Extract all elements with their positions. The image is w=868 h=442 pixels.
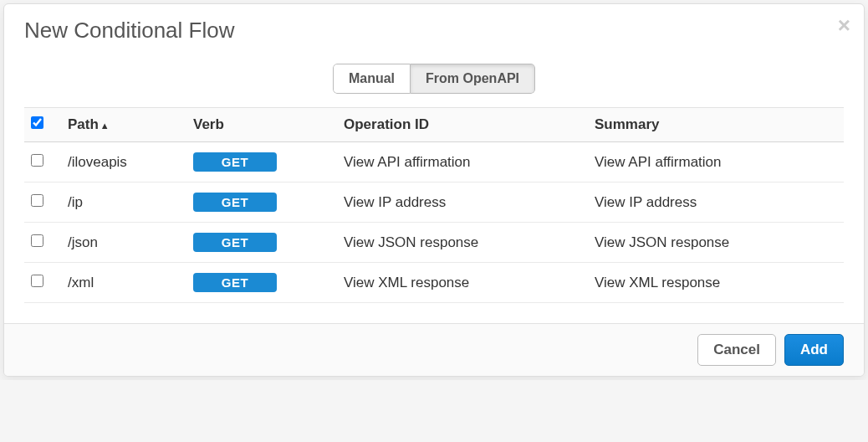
close-icon[interactable]: ×	[838, 14, 850, 36]
cell-path: /iloveapis	[61, 142, 186, 182]
row-checkbox[interactable]	[31, 194, 43, 207]
add-button[interactable]: Add	[784, 334, 844, 366]
cell-operation-id: View XML response	[337, 263, 588, 303]
tab-row: Manual From OpenAPI	[4, 64, 864, 107]
cancel-button[interactable]: Cancel	[697, 334, 776, 366]
new-conditional-flow-modal: New Conditional Flow × Manual From OpenA…	[3, 3, 865, 377]
modal-header: New Conditional Flow ×	[4, 4, 864, 64]
operations-table: Path▲ Verb Operation ID Summary /iloveap…	[24, 107, 844, 303]
tab-from-openapi[interactable]: From OpenAPI	[411, 64, 535, 94]
verb-badge: GET	[193, 193, 277, 212]
select-all-checkbox[interactable]	[31, 116, 43, 129]
column-path[interactable]: Path▲	[61, 108, 186, 142]
cell-operation-id: View IP address	[337, 182, 588, 223]
table-row: /json GET View JSON response View JSON r…	[24, 223, 844, 263]
cell-operation-id: View API affirmation	[337, 142, 588, 182]
table-row: /xml GET View XML response View XML resp…	[24, 263, 844, 303]
column-select-all	[24, 108, 61, 142]
cell-operation-id: View JSON response	[337, 223, 588, 263]
row-checkbox[interactable]	[31, 154, 43, 167]
column-summary[interactable]: Summary	[588, 108, 844, 142]
column-path-label: Path	[68, 116, 99, 132]
segmented-control: Manual From OpenAPI	[333, 64, 535, 94]
table-row: /ip GET View IP address View IP address	[24, 182, 844, 223]
sort-asc-icon: ▲	[100, 121, 110, 131]
verb-badge: GET	[193, 273, 277, 292]
row-checkbox[interactable]	[31, 275, 43, 287]
verb-badge: GET	[193, 233, 277, 252]
cell-summary: View JSON response	[588, 223, 844, 263]
modal-title: New Conditional Flow	[24, 18, 844, 44]
cell-summary: View API affirmation	[588, 142, 844, 182]
modal-footer: Cancel Add	[4, 323, 864, 376]
verb-badge: GET	[193, 152, 277, 172]
tab-manual[interactable]: Manual	[333, 64, 411, 94]
cell-path: /json	[61, 223, 186, 263]
row-checkbox[interactable]	[31, 234, 43, 247]
cell-path: /xml	[61, 263, 186, 303]
cell-summary: View XML response	[588, 263, 844, 303]
column-operation-id[interactable]: Operation ID	[337, 108, 588, 142]
table-row: /iloveapis GET View API affirmation View…	[24, 142, 844, 182]
operations-table-wrap: Path▲ Verb Operation ID Summary /iloveap…	[4, 107, 864, 323]
cell-summary: View IP address	[588, 182, 844, 223]
column-verb[interactable]: Verb	[186, 108, 337, 142]
cell-path: /ip	[61, 182, 186, 223]
